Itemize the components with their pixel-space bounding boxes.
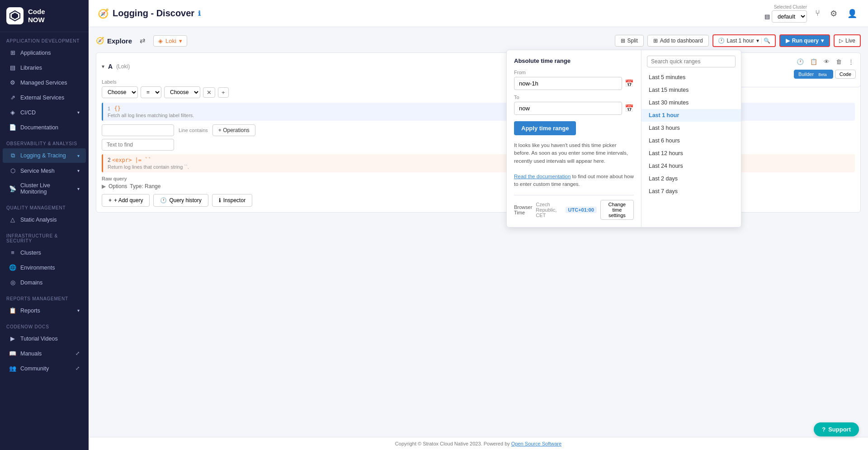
sidebar-item-manuals[interactable]: 📖 Manuals ⤢ xyxy=(3,346,86,360)
sidebar-item-domains[interactable]: ◎ Domains xyxy=(3,275,86,289)
label-choose-select[interactable]: Choose xyxy=(102,86,138,98)
text-find-input[interactable] xyxy=(102,139,174,151)
clusters-icon: ≡ xyxy=(9,249,16,256)
cicd-icon: ◈ xyxy=(9,109,16,116)
share-button[interactable]: ⇄ xyxy=(137,35,149,46)
quick-range-item[interactable]: Last 6 hours xyxy=(642,134,741,147)
sidebar-item-logging-tracing[interactable]: ⧉ Logging & Tracing ▾ xyxy=(3,148,86,163)
oss-link[interactable]: Open Source Software xyxy=(511,441,561,446)
query-history-button[interactable]: 🕐 Query history xyxy=(153,194,208,207)
info-circle-icon: ℹ xyxy=(219,197,221,204)
time-left-panel: Absolute time range From 📅 To 📅 Apply ti… xyxy=(507,50,642,227)
git-icon-btn[interactable]: ⑂ xyxy=(813,7,822,20)
section-label-infra: Infrastructure & Security xyxy=(0,227,89,245)
play-icon: ▶ xyxy=(786,38,790,44)
sidebar-item-documentation[interactable]: 📄 Documentation xyxy=(3,120,86,134)
line-contains-input[interactable] xyxy=(102,124,174,136)
time-picker-dropdown: Absolute time range From 📅 To 📅 Apply ti… xyxy=(506,50,741,227)
labels-row: Choose = Choose ✕ + xyxy=(102,86,855,98)
sidebar-item-cluster-live-monitoring[interactable]: 📡 Cluster Live Monitoring ▾ xyxy=(3,179,86,199)
panel-delete-icon[interactable]: 🗑 xyxy=(834,57,844,66)
from-calendar-icon[interactable]: 📅 xyxy=(625,79,634,88)
code-button[interactable]: Code xyxy=(835,70,856,79)
from-input-row: 📅 xyxy=(514,77,634,90)
from-input[interactable] xyxy=(514,77,622,90)
sidebar-item-static-analysis[interactable]: △ Static Analysis xyxy=(3,213,86,227)
sidebar-item-community[interactable]: 👥 Community ⤢ xyxy=(3,361,86,375)
logo: Code NOW xyxy=(0,0,89,32)
panel-eye-icon[interactable]: 👁 xyxy=(822,57,831,66)
split-button[interactable]: ⊞ Split xyxy=(615,35,644,47)
quick-range-item[interactable]: Last 1 hour xyxy=(642,109,741,122)
apply-time-range-button[interactable]: Apply time range xyxy=(514,121,576,135)
panel-right: 🕐 📋 👁 🗑 ⋮ Builder Beta Code xyxy=(734,52,861,87)
page-title: 🧭 Logging - Discover ℹ xyxy=(98,8,757,19)
quick-range-item[interactable]: Last 24 hours xyxy=(642,160,741,172)
quick-range-item[interactable]: Last 7 days xyxy=(642,185,741,198)
library-icon: ▤ xyxy=(9,64,16,71)
panel-copy-icon[interactable]: 📋 xyxy=(808,57,819,66)
sidebar-item-external-services[interactable]: ⇗ External Services xyxy=(3,90,86,104)
loki-datasource-button[interactable]: ◈ Loki ▾ xyxy=(153,35,187,47)
quick-range-item[interactable]: Last 5 minutes xyxy=(642,71,741,84)
options-arrow[interactable]: ▶ xyxy=(102,183,106,189)
user-icon-btn[interactable]: 👤 xyxy=(845,7,859,20)
quick-range-item[interactable]: Last 15 minutes xyxy=(642,84,741,96)
chevron-down-icon-logging: ▾ xyxy=(77,153,80,158)
settings-icon-btn[interactable]: ⚙ xyxy=(828,7,839,20)
support-button[interactable]: ? Support xyxy=(814,422,859,436)
sidebar-item-applications[interactable]: ⊞ Applications xyxy=(3,46,86,60)
environments-icon: 🌐 xyxy=(9,264,16,271)
builder-btns: Builder Beta Code xyxy=(739,70,856,79)
inspector-button[interactable]: ℹ Inspector xyxy=(212,194,252,207)
run-query-button[interactable]: ▶ Run query ▾ xyxy=(779,34,830,47)
external-link-icon: ⤢ xyxy=(75,351,80,356)
chevron-down-icon-time: ▾ xyxy=(756,38,759,44)
add-to-dashboard-button[interactable]: ⊞ Add to dashboard xyxy=(647,35,709,47)
info-icon[interactable]: ℹ xyxy=(198,9,201,18)
live-button[interactable]: ▷ Live xyxy=(834,34,861,47)
server-icon: ▤ xyxy=(764,13,770,20)
doc-icon: 📄 xyxy=(9,124,16,131)
sidebar-item-reports[interactable]: 📋 Reports ▾ xyxy=(3,303,86,317)
read-doc-link[interactable]: Read the documentation xyxy=(514,174,571,179)
selected-cluster-select[interactable]: default xyxy=(772,10,807,23)
sidebar-item-clusters[interactable]: ≡ Clusters xyxy=(3,246,86,260)
community-icon: 👥 xyxy=(9,365,16,372)
quick-range-search[interactable] xyxy=(647,56,736,67)
to-calendar-icon[interactable]: 📅 xyxy=(625,104,634,113)
sidebar-item-environments[interactable]: 🌐 Environments xyxy=(3,261,86,275)
external-icon: ⇗ xyxy=(9,94,16,101)
quick-range-item[interactable]: Last 3 hours xyxy=(642,122,741,134)
operations-button[interactable]: + Operations xyxy=(212,124,255,136)
managed-icon: ⚙ xyxy=(9,79,16,86)
chevron-down-icon-monitoring: ▾ xyxy=(77,186,80,191)
panel-history-icon[interactable]: 🕐 xyxy=(795,57,806,66)
remove-label-button[interactable]: ✕ xyxy=(203,87,215,98)
add-label-button[interactable]: + xyxy=(218,87,229,98)
collapse-arrow[interactable]: ▾ xyxy=(102,63,104,70)
hint-box-2: 2 <expr> |= `` Return log lines that con… xyxy=(102,154,855,172)
selected-cluster-box: Selected Cluster ▤ default xyxy=(764,5,807,23)
label-value-select[interactable]: Choose xyxy=(164,86,200,98)
dashboard-icon: ⊞ xyxy=(653,38,658,44)
change-time-settings-button[interactable]: Change time settings xyxy=(600,200,634,220)
sidebar-item-service-mesh[interactable]: ⬡ Service Mesh ▾ xyxy=(3,164,86,178)
builder-button[interactable]: Builder Beta xyxy=(794,70,833,79)
to-input-row: 📅 xyxy=(514,102,634,115)
panel-more-icon[interactable]: ⋮ xyxy=(846,57,856,66)
sidebar-item-cicd[interactable]: ◈ CI/CD ▾ xyxy=(3,105,86,119)
quick-range-item[interactable]: Last 12 hours xyxy=(642,147,741,160)
sidebar-item-tutorial-videos[interactable]: ▶ Tutorial Videos xyxy=(3,332,86,346)
sidebar-item-libraries[interactable]: ▤ Libraries xyxy=(3,61,86,75)
section-label-observability: Observability & Analysis xyxy=(0,135,89,148)
sidebar-item-managed-services[interactable]: ⚙ Managed Services xyxy=(3,76,86,90)
quick-range-item[interactable]: Last 30 minutes xyxy=(642,96,741,109)
time-range-button[interactable]: 🕐 Last 1 hour ▾ 🔍 xyxy=(712,34,776,47)
quick-range-item[interactable]: Last 2 days xyxy=(642,172,741,185)
to-input[interactable] xyxy=(514,102,622,115)
chevron-down-icon: ▾ xyxy=(77,110,80,115)
browser-tz: Czech Republic, CET xyxy=(536,202,561,218)
operator-select[interactable]: = xyxy=(141,86,161,98)
add-query-button[interactable]: + + Add query xyxy=(102,194,150,207)
